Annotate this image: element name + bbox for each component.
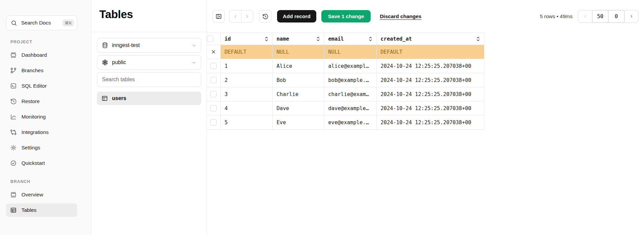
sidebar-item-settings[interactable]: Settings	[6, 141, 77, 154]
tables-panel: Tables inngest-test public users	[91, 0, 207, 235]
page-title: Tables	[99, 8, 199, 21]
cell-name[interactable]: Bob	[272, 73, 324, 87]
cell-created-at[interactable]: 2024-10-24 12:25:25.207038+00	[376, 59, 484, 73]
collapse-panel-button[interactable]	[212, 10, 225, 22]
sidebar-item-dashboard[interactable]: Dashboard	[6, 48, 77, 62]
close-icon	[211, 49, 216, 55]
row-checkbox[interactable]	[210, 105, 217, 111]
cell-email[interactable]: bob@example.…	[324, 73, 376, 87]
sidebar-item-branches[interactable]: Branches	[6, 64, 77, 77]
database-select-value: inngest-test	[112, 42, 188, 48]
table-row: 5 Eve eve@example.… 2024-10-24 12:25:25.…	[207, 115, 484, 130]
cell-email[interactable]: alice@exampl…	[324, 59, 376, 73]
sidebar-item-tables[interactable]: Tables	[6, 203, 77, 217]
row-stats: 5 rows • 49ms	[540, 13, 573, 19]
sidebar-item-label: Quickstart	[21, 160, 45, 166]
cell-created-at[interactable]: 2024-10-24 12:25:25.207038+00	[376, 87, 484, 101]
sidebar-item-integrations[interactable]: Integrations	[6, 126, 77, 139]
section-label-branch: BRANCH	[10, 179, 77, 184]
pending-cell-created-at[interactable]: DEFAULT	[376, 45, 484, 59]
column-label: id	[225, 36, 231, 42]
collapse-panel-icon	[215, 13, 222, 20]
restore-icon	[10, 98, 17, 105]
row-checkbox[interactable]	[210, 91, 217, 97]
cell-name[interactable]: Eve	[272, 115, 324, 130]
search-icon	[11, 20, 17, 26]
chevron-right-icon	[245, 14, 250, 19]
remove-pending-row-button[interactable]	[207, 45, 220, 59]
sort-icon[interactable]	[316, 36, 320, 42]
schema-select-value: public	[112, 59, 188, 65]
cell-name[interactable]: Alice	[272, 59, 324, 73]
row-checkbox-cell	[207, 59, 220, 73]
cell-created-at[interactable]: 2024-10-24 12:25:25.207038+00	[376, 73, 484, 87]
cell-id[interactable]: 3	[220, 87, 272, 101]
dashboard-icon	[10, 52, 17, 58]
column-header-email[interactable]: email	[324, 33, 376, 45]
pending-cell-email[interactable]: NULL	[324, 45, 376, 59]
sidebar-item-restore[interactable]: Restore	[6, 95, 77, 108]
sidebar-item-sql-editor[interactable]: SQL Editor	[6, 79, 77, 93]
cell-email[interactable]: charlie@exam…	[324, 87, 376, 101]
monitoring-icon	[10, 113, 17, 120]
cell-id[interactable]: 5	[220, 115, 272, 130]
sidebar-item-quickstart[interactable]: Quickstart	[6, 156, 77, 170]
cell-id[interactable]: 1	[220, 59, 272, 73]
sort-icon[interactable]	[265, 36, 268, 42]
sidebar-item-monitoring[interactable]: Monitoring	[6, 110, 77, 124]
sidebar-item-overview[interactable]: Overview	[6, 188, 77, 201]
row-checkbox[interactable]	[210, 63, 217, 69]
page-size-value[interactable]: 50	[592, 10, 608, 23]
pagination-prev-button[interactable]	[578, 14, 592, 19]
column-label: created_at	[381, 36, 412, 42]
previous-page-button[interactable]	[229, 10, 241, 22]
cell-email[interactable]: dave@example…	[324, 101, 376, 115]
search-tables-input[interactable]	[97, 72, 201, 87]
table-row: 3 Charlie charlie@exam… 2024-10-24 12:25…	[207, 87, 484, 101]
section-label-project: PROJECT	[10, 40, 77, 44]
table-row: 2 Bob bob@example.… 2024-10-24 12:25:25.…	[207, 73, 484, 87]
save-changes-button[interactable]: Save 1 change	[321, 10, 371, 22]
table-list-item-users[interactable]: users	[97, 92, 201, 105]
settings-icon	[10, 144, 17, 151]
pending-cell-id[interactable]: DEFAULT	[220, 45, 272, 59]
schema-select[interactable]: public	[97, 55, 201, 70]
column-header-name[interactable]: name	[272, 33, 324, 45]
next-page-button[interactable]	[241, 10, 253, 22]
add-record-button[interactable]: Add record	[277, 10, 316, 22]
app-window: Search Docs ⌘K PROJECT Dashboard Branche…	[0, 0, 644, 235]
pagination-next-button[interactable]	[625, 14, 638, 19]
toolbar-right-group: 5 rows • 49ms 50 0	[540, 10, 639, 23]
row-checkbox[interactable]	[210, 119, 217, 126]
cell-name[interactable]: Charlie	[272, 87, 324, 101]
grid-toolbar: Add record Save 1 change Discard changes…	[207, 0, 644, 33]
page-offset-value[interactable]: 0	[608, 10, 625, 23]
cell-created-at[interactable]: 2024-10-24 12:25:25.207038+00	[376, 115, 484, 130]
search-docs-button[interactable]: Search Docs ⌘K	[6, 15, 77, 30]
cell-id[interactable]: 2	[220, 73, 272, 87]
overview-icon	[10, 191, 17, 198]
cell-created-at[interactable]: 2024-10-24 12:25:25.207038+00	[376, 101, 484, 115]
history-button[interactable]	[259, 10, 271, 22]
column-header-created-at[interactable]: created_at	[376, 33, 484, 45]
row-checkbox[interactable]	[210, 77, 217, 83]
cell-id[interactable]: 4	[220, 101, 272, 115]
cell-name[interactable]: Dave	[272, 101, 324, 115]
column-header-id[interactable]: id	[220, 33, 272, 45]
pending-cell-name[interactable]: NULL	[272, 45, 324, 59]
sort-icon[interactable]	[369, 36, 372, 42]
sidebar-item-label: SQL Editor	[21, 83, 47, 89]
search-docs-label: Search Docs	[21, 20, 58, 26]
branch-nav: Overview Tables	[6, 188, 77, 217]
discard-changes-link[interactable]: Discard changes	[380, 13, 421, 19]
chevron-left-icon	[233, 14, 238, 19]
cell-email[interactable]: eve@example.…	[324, 115, 376, 130]
chevron-left-icon	[583, 14, 588, 19]
select-all-checkbox[interactable]	[207, 36, 213, 42]
database-select[interactable]: inngest-test	[97, 38, 201, 53]
tables-panel-body: inngest-test public users	[91, 32, 207, 105]
sort-icon[interactable]	[476, 36, 480, 42]
select-all-header	[207, 33, 220, 45]
column-label: email	[328, 36, 344, 42]
row-checkbox-cell	[207, 101, 220, 115]
